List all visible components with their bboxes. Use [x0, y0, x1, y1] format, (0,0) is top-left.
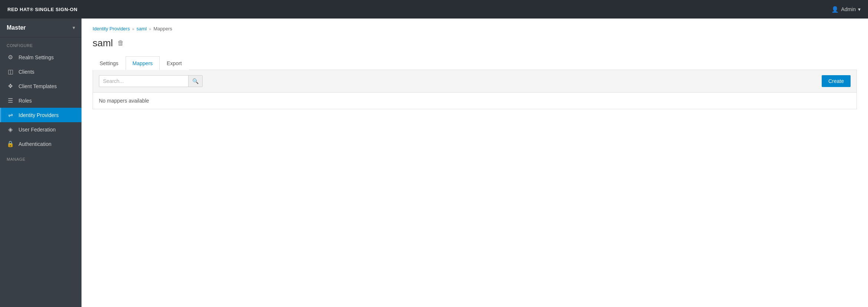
- user-icon: 👤: [831, 6, 839, 13]
- tab-settings[interactable]: Settings: [93, 56, 126, 70]
- realm-selector[interactable]: Master ▾: [0, 19, 82, 37]
- tab-mappers[interactable]: Mappers: [126, 56, 160, 70]
- sidebar: Master ▾ Configure ⚙ Realm Settings ◫ Cl…: [0, 19, 82, 307]
- sidebar-item-roles[interactable]: ☰ Roles: [0, 93, 82, 108]
- tab-export[interactable]: Export: [160, 56, 189, 70]
- client-templates-icon: ❖: [7, 83, 14, 90]
- realm-settings-icon: ⚙: [7, 54, 14, 61]
- manage-section-label: Manage: [0, 151, 82, 164]
- realm-chevron-icon: ▾: [73, 25, 75, 30]
- roles-icon: ☰: [7, 97, 14, 104]
- breadcrumb: Identity Providers » saml » Mappers: [93, 26, 857, 31]
- sidebar-item-label: Realm Settings: [19, 54, 54, 60]
- sidebar-item-client-templates[interactable]: ❖ Client Templates: [0, 79, 82, 93]
- sidebar-item-label: Authentication: [19, 141, 51, 147]
- configure-section-label: Configure: [0, 37, 82, 50]
- search-input[interactable]: [99, 76, 188, 86]
- top-header: RED HAT® SINGLE SIGN-ON 👤 Admin ▾: [0, 0, 868, 19]
- breadcrumb-separator-1: »: [132, 27, 134, 31]
- identity-providers-icon: ⇌: [7, 111, 14, 119]
- clients-icon: ◫: [7, 68, 14, 75]
- sidebar-item-clients[interactable]: ◫ Clients: [0, 64, 82, 79]
- breadcrumb-saml[interactable]: saml: [137, 26, 147, 31]
- sidebar-item-authentication[interactable]: 🔒 Authentication: [0, 137, 82, 151]
- breadcrumb-identity-providers[interactable]: Identity Providers: [93, 26, 130, 31]
- no-mappers-message: No mappers available: [93, 93, 857, 109]
- sidebar-item-user-federation[interactable]: ◈ User Federation: [0, 122, 82, 137]
- mappers-table: No mappers available: [93, 93, 857, 109]
- brand-logo: RED HAT® SINGLE SIGN-ON: [7, 7, 77, 12]
- search-button[interactable]: 🔍: [188, 76, 202, 87]
- authentication-icon: 🔒: [7, 140, 14, 147]
- user-label: Admin: [841, 6, 856, 12]
- sidebar-item-label: Identity Providers: [19, 112, 59, 118]
- sidebar-item-label: Clients: [19, 69, 34, 75]
- delete-icon[interactable]: 🗑: [117, 39, 124, 47]
- main-layout: Master ▾ Configure ⚙ Realm Settings ◫ Cl…: [0, 19, 868, 307]
- page-title: saml: [93, 37, 113, 49]
- user-menu[interactable]: 👤 Admin ▾: [831, 6, 861, 13]
- page-title-row: saml 🗑: [93, 37, 857, 49]
- breadcrumb-mappers: Mappers: [153, 26, 172, 31]
- breadcrumb-separator-2: »: [149, 27, 151, 31]
- create-button[interactable]: Create: [822, 75, 851, 87]
- user-chevron-icon: ▾: [858, 6, 861, 12]
- realm-name: Master: [7, 24, 26, 31]
- content-area: Identity Providers » saml » Mappers saml…: [82, 19, 868, 307]
- sidebar-item-identity-providers[interactable]: ⇌ Identity Providers: [0, 108, 82, 122]
- sidebar-item-label: Client Templates: [19, 83, 57, 89]
- sidebar-item-label: User Federation: [19, 127, 56, 133]
- user-federation-icon: ◈: [7, 126, 14, 133]
- search-bar-area: 🔍 Create: [93, 70, 857, 93]
- tabs: Settings Mappers Export: [93, 56, 857, 70]
- sidebar-item-label: Roles: [19, 98, 32, 104]
- search-input-wrapper: 🔍: [99, 75, 203, 87]
- sidebar-item-realm-settings[interactable]: ⚙ Realm Settings: [0, 50, 82, 64]
